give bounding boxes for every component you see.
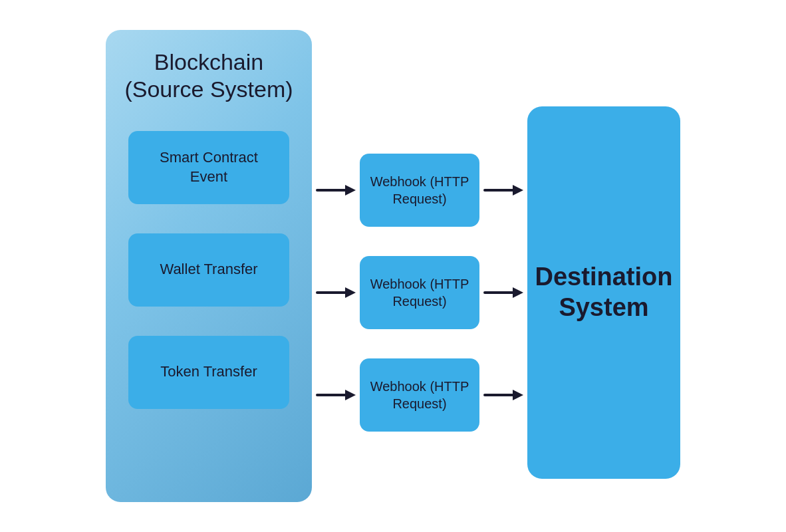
arrow-dest-1: [479, 154, 527, 227]
destination-label: Destination System: [535, 262, 673, 323]
arrow-3: [312, 358, 360, 432]
destination-panel: Destination System: [527, 106, 680, 479]
source-box-token-transfer: Token Transfer: [128, 336, 289, 409]
arrow-icon-1: [316, 181, 356, 200]
arrow-1: [312, 154, 360, 227]
svg-marker-7: [513, 287, 523, 298]
source-label-smart-contract: Smart Contract Event: [160, 148, 258, 186]
arrow-dest-3: [479, 358, 527, 432]
arrow-dest-2: [479, 256, 527, 329]
source-items: Smart Contract Event Wallet Transfer Tok…: [120, 131, 297, 409]
source-label-token-transfer: Token Transfer: [160, 362, 257, 382]
webhook-row-1: Webhook (HTTP Request): [312, 154, 527, 227]
webhook-box-2: Webhook (HTTP Request): [360, 256, 479, 329]
arrow-dest-icon-1: [483, 181, 523, 200]
blockchain-title: Blockchain (Source System): [124, 49, 293, 103]
blockchain-title-line2: (Source System): [124, 76, 293, 102]
svg-marker-1: [345, 185, 356, 196]
source-box-smart-contract: Smart Contract Event: [128, 131, 289, 204]
svg-marker-3: [513, 185, 523, 196]
svg-marker-5: [345, 287, 356, 298]
arrow-icon-2: [316, 283, 356, 302]
source-box-wallet-transfer: Wallet Transfer: [128, 233, 289, 307]
destination-wrapper: Destination System: [527, 106, 680, 479]
webhook-label-2: Webhook (HTTP Request): [370, 275, 469, 310]
webhook-row-3: Webhook (HTTP Request): [312, 358, 527, 432]
arrow-dest-icon-2: [483, 283, 523, 302]
source-label-wallet-transfer: Wallet Transfer: [160, 260, 257, 279]
svg-marker-9: [345, 390, 356, 400]
webhooks-column: Webhook (HTTP Request) W: [312, 154, 527, 432]
webhook-row-2: Webhook (HTTP Request): [312, 256, 527, 329]
blockchain-panel: Blockchain (Source System) Smart Contrac…: [106, 30, 312, 502]
arrow-2: [312, 256, 360, 329]
webhook-label-1: Webhook (HTTP Request): [370, 173, 469, 207]
diagram-container: Blockchain (Source System) Smart Contrac…: [27, 20, 759, 512]
webhook-box-3: Webhook (HTTP Request): [360, 358, 479, 432]
arrow-dest-icon-3: [483, 386, 523, 404]
svg-marker-11: [513, 390, 523, 400]
webhook-label-3: Webhook (HTTP Request): [370, 378, 469, 412]
arrow-icon-3: [316, 386, 356, 404]
webhook-box-1: Webhook (HTTP Request): [360, 154, 479, 227]
blockchain-title-line1: Blockchain: [154, 49, 263, 74]
